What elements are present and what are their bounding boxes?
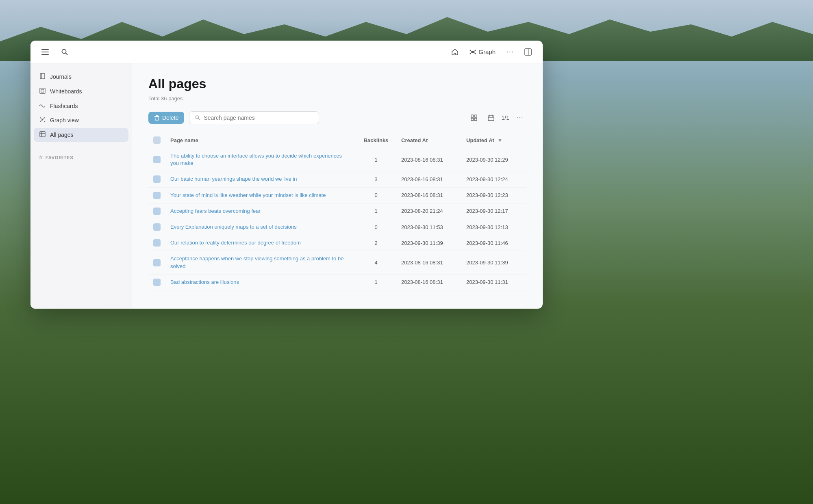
sidebar-item-flashcards[interactable]: Flashcards <box>34 99 128 112</box>
col-updated-at[interactable]: Updated At ▼ <box>461 132 526 148</box>
main-content: All pages Total 36 pages Delete <box>132 63 543 309</box>
created-at-cell: 2023-08-16 08:31 <box>396 187 461 203</box>
row-checkbox[interactable] <box>153 223 161 231</box>
row-checkbox[interactable] <box>153 259 161 266</box>
favorites-section: ☆ FAVORITES <box>34 151 128 162</box>
created-at-cell: 2023-08-16 08:31 <box>396 274 461 290</box>
search-input[interactable] <box>204 115 313 121</box>
page-title: All pages <box>148 76 526 91</box>
svg-rect-1 <box>41 52 49 52</box>
all-pages-label: All pages <box>50 132 74 138</box>
page-link[interactable]: Our basic human yearnings shape the worl… <box>170 176 297 182</box>
whiteboards-label: Whiteboards <box>50 88 82 95</box>
svg-rect-37 <box>471 118 474 121</box>
toolbar: Delete <box>148 111 526 124</box>
sort-icon: ▼ <box>497 137 502 143</box>
svg-line-12 <box>471 52 472 53</box>
graph-view-icon <box>39 117 46 124</box>
grid-view-button[interactable] <box>467 111 480 124</box>
svg-rect-36 <box>474 115 477 117</box>
svg-rect-32 <box>156 115 158 116</box>
svg-line-11 <box>474 51 475 52</box>
flashcards-label: Flashcards <box>50 103 78 109</box>
row-checkbox[interactable] <box>153 239 161 247</box>
svg-line-34 <box>199 119 200 120</box>
created-at-cell: 2023-08-16 08:31 <box>396 148 461 171</box>
header-left <box>39 45 71 58</box>
body: Journals Whiteboards Flashcards <box>30 63 543 309</box>
svg-line-25 <box>41 118 42 119</box>
home-button[interactable] <box>448 45 461 58</box>
page-link[interactable]: Every Explanation uniquely maps to a set… <box>170 224 297 230</box>
total-count: Total 36 pages <box>148 95 526 102</box>
updated-at-cell: 2023-09-30 11:46 <box>461 235 526 251</box>
sidebar-item-whiteboards[interactable]: Whiteboards <box>34 84 128 98</box>
svg-rect-39 <box>488 116 494 121</box>
svg-point-23 <box>39 121 40 122</box>
row-checkbox[interactable] <box>153 208 161 215</box>
select-all-checkbox[interactable] <box>153 136 161 144</box>
col-created-at: Created At <box>396 132 461 148</box>
backlinks-cell: 2 <box>356 235 396 251</box>
page-link[interactable]: Acceptance happens when we stop viewing … <box>170 255 343 269</box>
table-row: Every Explanation uniquely maps to a set… <box>148 219 526 235</box>
svg-point-22 <box>44 117 45 118</box>
all-pages-icon <box>39 131 46 138</box>
search-box[interactable] <box>189 111 319 124</box>
search-icon <box>195 115 200 121</box>
page-link[interactable]: Accepting fears beats overcoming fear <box>170 208 261 214</box>
panel-toggle-button[interactable] <box>522 45 535 58</box>
svg-point-33 <box>196 116 199 119</box>
page-link[interactable]: Bad abstractions are illusions <box>170 279 239 285</box>
created-at-cell: 2023-09-30 11:39 <box>396 235 461 251</box>
col-page-name: Page name <box>165 132 356 148</box>
delete-label: Delete <box>162 115 178 121</box>
sidebar-item-journals[interactable]: Journals <box>34 70 128 84</box>
sidebar-item-graph-view[interactable]: Graph view <box>34 113 128 127</box>
backlinks-cell: 4 <box>356 251 396 274</box>
table-row: Our basic human yearnings shape the worl… <box>148 171 526 187</box>
page-link[interactable]: Our relation to reality determines our d… <box>170 240 301 246</box>
pages-table: Page name Backlinks Created At Updated A… <box>148 132 526 290</box>
row-checkbox[interactable] <box>153 192 161 199</box>
star-icon: ☆ <box>39 155 43 160</box>
menu-button[interactable] <box>39 45 52 58</box>
header-right: Graph ··· <box>448 45 535 58</box>
favorites-label: FAVORITES <box>46 155 74 160</box>
graph-button[interactable]: Graph <box>466 47 499 57</box>
svg-rect-16 <box>40 74 45 79</box>
search-button[interactable] <box>58 45 71 58</box>
more-options-button[interactable]: ··· <box>504 45 517 58</box>
delete-button[interactable]: Delete <box>148 112 184 124</box>
calendar-button[interactable] <box>485 111 498 124</box>
trash-icon <box>154 115 160 121</box>
journals-icon <box>39 73 46 80</box>
journals-label: Journals <box>50 74 72 80</box>
whiteboards-icon <box>39 88 46 95</box>
page-link[interactable]: Your state of mind is like weather while… <box>170 192 326 198</box>
sidebar: Journals Whiteboards Flashcards <box>30 63 132 309</box>
col-backlinks: Backlinks <box>356 132 396 148</box>
row-checkbox[interactable] <box>153 175 161 183</box>
svg-point-20 <box>41 119 43 121</box>
updated-at-cell: 2023-09-30 12:23 <box>461 187 526 203</box>
page-link[interactable]: The ability to choose an interface allow… <box>170 153 342 166</box>
svg-rect-28 <box>40 132 45 137</box>
updated-at-cell: 2023-09-30 12:29 <box>461 148 526 171</box>
created-at-cell: 2023-09-30 11:53 <box>396 219 461 235</box>
updated-at-cell: 2023-09-30 11:31 <box>461 274 526 290</box>
created-at-cell: 2023-08-16 08:31 <box>396 251 461 274</box>
row-checkbox[interactable] <box>153 279 161 286</box>
table-row: Your state of mind is like weather while… <box>148 187 526 203</box>
svg-line-26 <box>43 118 44 119</box>
sidebar-item-all-pages[interactable]: All pages <box>34 128 128 142</box>
row-checkbox[interactable] <box>153 156 161 163</box>
svg-point-5 <box>472 51 474 53</box>
backlinks-cell: 1 <box>356 148 396 171</box>
svg-point-24 <box>44 121 45 122</box>
flashcards-icon <box>39 102 46 109</box>
toolbar-more-button[interactable]: ··· <box>513 111 526 124</box>
backlinks-cell: 1 <box>356 203 396 219</box>
page-indicator: 1/1 <box>502 115 509 121</box>
table-row: Acceptance happens when we stop viewing … <box>148 251 526 274</box>
